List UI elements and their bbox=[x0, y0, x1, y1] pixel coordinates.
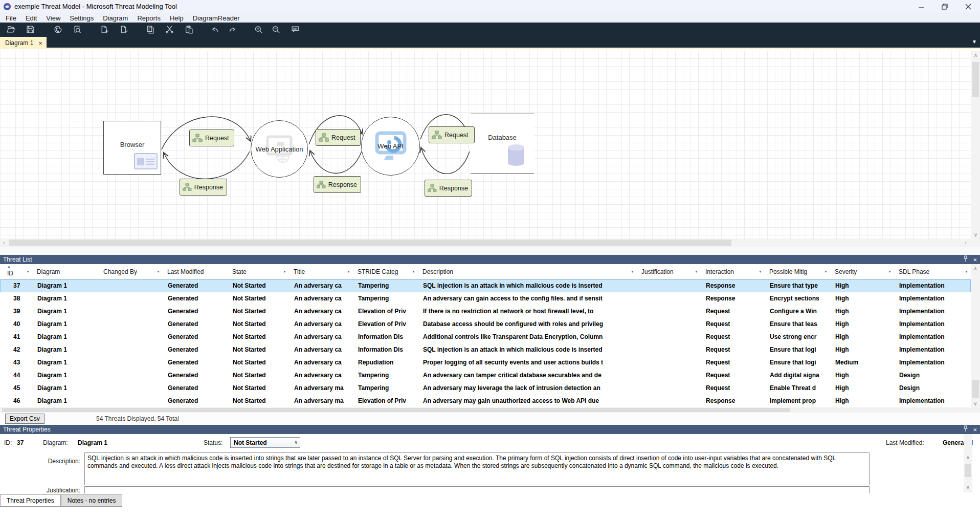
export-csv-button[interactable]: Export Csv bbox=[5, 414, 44, 424]
filter-dropdown-icon[interactable]: ▼ bbox=[888, 270, 892, 273]
column-header-title[interactable]: Title▼ bbox=[289, 264, 353, 279]
minimize-icon[interactable] bbox=[909, 0, 933, 13]
column-header-interaction[interactable]: Interaction▼ bbox=[701, 264, 765, 279]
status-dropdown[interactable]: Not Started ∨ bbox=[230, 437, 300, 448]
column-header-changed_by[interactable]: Changed By▼ bbox=[99, 264, 163, 279]
cut-icon[interactable] bbox=[163, 23, 176, 35]
threat-properties-scrollbar[interactable]: ∧ ∨ bbox=[964, 434, 972, 492]
threat-list-horizontal-scrollbar[interactable] bbox=[0, 407, 980, 413]
table-row-threat-44[interactable]: 44Diagram 1GeneratedNot StartedAn advers… bbox=[0, 369, 971, 382]
table-row-threat-37[interactable]: 37Diagram 1GeneratedNot StartedAn advers… bbox=[0, 279, 971, 292]
table-row-threat-38[interactable]: 38Diagram 1GeneratedNot StartedAn advers… bbox=[0, 292, 971, 305]
scroll-down-icon[interactable]: ∨ bbox=[964, 483, 972, 490]
flow-request-1[interactable]: Request bbox=[189, 130, 234, 146]
flow-request-3[interactable]: Request bbox=[429, 126, 475, 143]
panel-splitter[interactable] bbox=[0, 247, 980, 255]
table-row-threat-41[interactable]: 41Diagram 1GeneratedNot StartedAn advers… bbox=[0, 331, 971, 343]
scroll-down-icon[interactable]: ∨ bbox=[971, 399, 980, 407]
column-header-stride[interactable]: STRIDE Categ▼ bbox=[353, 264, 418, 279]
column-header-mitigation[interactable]: Possible Mitig▼ bbox=[765, 264, 831, 279]
filter-dropdown-icon[interactable]: ▼ bbox=[412, 270, 415, 273]
copy-icon[interactable] bbox=[143, 23, 157, 35]
justification-field[interactable] bbox=[84, 486, 870, 493]
menu-edit[interactable]: Edit bbox=[21, 14, 41, 22]
filter-dropdown-icon[interactable]: ▼ bbox=[824, 270, 828, 273]
menu-help[interactable]: Help bbox=[165, 14, 188, 22]
redo-icon[interactable] bbox=[226, 23, 239, 35]
scroll-up-icon[interactable]: ∧ bbox=[964, 454, 972, 461]
filter-dropdown-icon[interactable]: ▼ bbox=[157, 270, 160, 273]
status-value: Not Started bbox=[234, 439, 267, 446]
filter-dropdown-icon[interactable]: ▼ bbox=[965, 270, 968, 273]
canvas-horizontal-scrollbar[interactable]: ‹ › bbox=[0, 239, 980, 247]
filter-dropdown-icon[interactable]: ▼ bbox=[631, 270, 634, 273]
menu-diagramreader[interactable]: DiagramReader bbox=[188, 14, 244, 22]
restore-icon[interactable] bbox=[933, 0, 956, 13]
column-header-severity[interactable]: Severity▼ bbox=[831, 264, 895, 279]
threat-list-vertical-scrollbar[interactable]: ∧ ∨ bbox=[971, 264, 980, 407]
node-web-application[interactable]: Web Application bbox=[251, 120, 308, 178]
filter-dropdown-icon[interactable]: ▼ bbox=[695, 270, 698, 273]
menu-diagram[interactable]: Diagram bbox=[98, 14, 132, 22]
flow-response-2[interactable]: Response bbox=[314, 176, 361, 193]
table-row-threat-46[interactable]: 46Diagram 1GeneratedNot StartedAn advers… bbox=[0, 395, 971, 407]
paste-icon[interactable] bbox=[182, 23, 195, 35]
undo-icon[interactable] bbox=[208, 23, 221, 35]
feedback-icon[interactable] bbox=[288, 23, 302, 35]
column-header-sdl_phase[interactable]: SDL Phase▼ bbox=[895, 264, 971, 279]
column-header-diagram[interactable]: Diagram bbox=[33, 264, 99, 279]
diagram-canvas[interactable]: Browser Web Application Web API Database bbox=[0, 51, 980, 239]
node-web-api[interactable]: Web API bbox=[361, 117, 420, 176]
table-row-threat-42[interactable]: 42Diagram 1GeneratedNot StartedAn advers… bbox=[0, 343, 971, 356]
scroll-thumb[interactable] bbox=[9, 240, 731, 246]
table-row-threat-43[interactable]: 43Diagram 1GeneratedNot StartedAn advers… bbox=[0, 356, 971, 369]
open-icon[interactable] bbox=[4, 23, 17, 35]
description-field[interactable] bbox=[84, 452, 870, 485]
remove-page-icon[interactable] bbox=[117, 23, 130, 35]
scroll-up-icon[interactable]: ∧ bbox=[971, 264, 980, 272]
bottom-tab-notes-no-entries[interactable]: Notes - no entries bbox=[61, 494, 123, 507]
scroll-thumb[interactable] bbox=[972, 380, 979, 398]
column-header-description[interactable]: Description▼ bbox=[418, 264, 637, 279]
zoom-in-icon[interactable] bbox=[252, 23, 265, 35]
menu-file[interactable]: File bbox=[1, 14, 21, 22]
close-panel-icon[interactable]: × bbox=[973, 426, 977, 433]
column-header-justification[interactable]: Justification▼ bbox=[637, 264, 701, 279]
scroll-left-icon[interactable]: ‹ bbox=[0, 239, 8, 247]
filter-dropdown-icon[interactable]: ▼ bbox=[347, 270, 350, 273]
zoom-out-icon[interactable] bbox=[269, 23, 282, 35]
save-icon[interactable] bbox=[24, 23, 37, 35]
column-header-last_modified[interactable]: Last Modified bbox=[163, 264, 228, 279]
menu-settings[interactable]: Settings bbox=[65, 14, 98, 22]
tab-diagram-1[interactable]: Diagram 1 × bbox=[0, 37, 47, 49]
flow-label-text: Response bbox=[328, 181, 357, 188]
tab-close-icon[interactable]: × bbox=[38, 40, 42, 47]
menu-view[interactable]: View bbox=[41, 14, 65, 22]
menu-reports[interactable]: Reports bbox=[132, 14, 165, 22]
tab-list-dropdown-icon[interactable]: ▼ bbox=[972, 39, 977, 45]
table-row-threat-39[interactable]: 39Diagram 1GeneratedNot StartedAn advers… bbox=[0, 305, 971, 318]
report-icon[interactable] bbox=[51, 23, 64, 35]
pin-icon[interactable] bbox=[963, 255, 968, 264]
node-database[interactable]: Database bbox=[471, 114, 534, 174]
preview-icon[interactable] bbox=[71, 23, 84, 35]
flow-response-1[interactable]: Response bbox=[180, 179, 227, 196]
scroll-thumb[interactable] bbox=[965, 464, 971, 477]
column-header-id[interactable]: ID▲▼ bbox=[0, 264, 33, 279]
close-panel-icon[interactable]: × bbox=[973, 256, 977, 263]
node-browser[interactable]: Browser bbox=[103, 121, 161, 175]
filter-dropdown-icon[interactable]: ▼ bbox=[283, 270, 286, 273]
close-icon[interactable] bbox=[956, 0, 980, 13]
scroll-thumb[interactable] bbox=[2, 408, 790, 412]
column-header-state[interactable]: State▼ bbox=[228, 264, 289, 279]
bottom-tab-threat-properties[interactable]: Threat Properties bbox=[0, 494, 61, 507]
flow-response-3[interactable]: Response bbox=[425, 180, 472, 197]
table-row-threat-45[interactable]: 45Diagram 1GeneratedNot StartedAn advers… bbox=[0, 382, 971, 395]
table-row-threat-40[interactable]: 40Diagram 1GeneratedNot StartedAn advers… bbox=[0, 318, 971, 331]
pin-icon[interactable] bbox=[963, 425, 968, 434]
scroll-right-icon[interactable]: › bbox=[962, 239, 970, 247]
flow-request-2[interactable]: Request bbox=[316, 129, 361, 146]
add-page-icon[interactable] bbox=[97, 23, 110, 35]
filter-dropdown-icon[interactable]: ▼ bbox=[26, 270, 30, 273]
filter-dropdown-icon[interactable]: ▼ bbox=[759, 270, 762, 273]
